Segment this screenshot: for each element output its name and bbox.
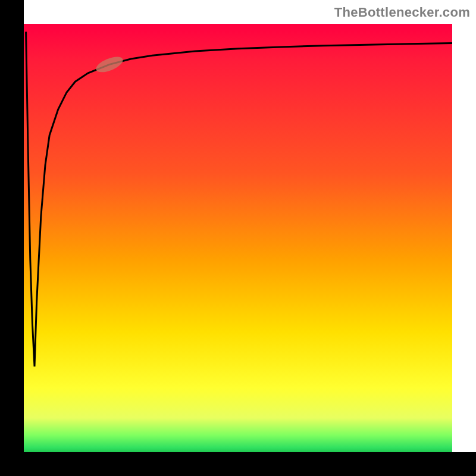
chart-container: TheBottlenecker.com bbox=[0, 0, 476, 476]
x-axis-band bbox=[0, 452, 476, 476]
data-curve bbox=[26, 32, 452, 367]
watermark-text: TheBottlenecker.com bbox=[334, 5, 470, 20]
highlight-marker bbox=[94, 54, 125, 76]
curve-layer bbox=[24, 24, 452, 452]
y-axis-band bbox=[0, 0, 24, 476]
